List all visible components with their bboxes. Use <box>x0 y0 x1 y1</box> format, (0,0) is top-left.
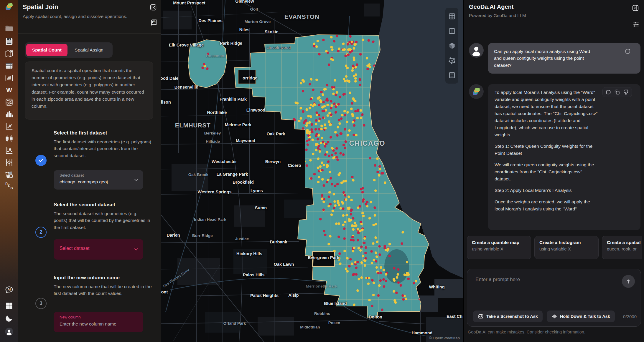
suggestion-subtitle: using variable X <box>539 246 594 251</box>
suggestion-histogram[interactable]: Create a histogram using variable X <box>534 236 599 259</box>
select-value: Select dataset <box>60 246 89 251</box>
select-message-icon[interactable] <box>605 89 612 95</box>
svg-text:AI: AI <box>153 21 155 23</box>
page-title: Spatial Join <box>23 4 58 11</box>
map-view[interactable]: Mount ProspectGlenviewGolfDes PlainesMor… <box>161 0 463 342</box>
assistant-paragraph: To apply local Moran's I analysis using … <box>495 89 598 138</box>
prompt-actions: Take a Screenshot to Ask Hold Down & Tal… <box>473 311 637 322</box>
scatter-plot-icon[interactable] <box>5 122 14 131</box>
weights-icon[interactable]: W <box>5 85 14 94</box>
screenshot-ask-button[interactable]: Take a Screenshot to Ask <box>473 311 543 322</box>
assistant-paragraph: Once the weights are created, we will ap… <box>495 198 598 212</box>
boxplot-icon[interactable] <box>5 134 14 143</box>
select-value: chicago_commpop.geoj <box>60 179 108 185</box>
suggestion-subtitle: using variable X <box>472 246 526 251</box>
step2-title: Select the second dataset <box>54 202 115 208</box>
split-view-icon[interactable] <box>445 24 458 38</box>
suggestion-spatial-weights[interactable]: Create a spatial queen, rook, or <box>602 236 642 259</box>
step2-number-circle: 2 <box>35 227 47 238</box>
input-placeholder: Enter the new column name <box>60 321 116 327</box>
dark-mode-icon[interactable] <box>5 314 14 323</box>
map-canvas <box>161 0 463 342</box>
step3-description: The new column name that will be created… <box>54 283 152 297</box>
chat-subtitle: Powered by GeoDa and LLM <box>469 13 526 18</box>
assistant-message: To apply local Moran's I analysis using … <box>488 84 640 230</box>
map-toolbar <box>445 8 458 84</box>
table-icon[interactable] <box>5 61 14 70</box>
assistant-paragraph: We will create queen contiguity weights … <box>495 161 598 182</box>
regression-icon[interactable]: REG <box>5 181 14 190</box>
step3-title: Input the new column name <box>54 275 120 281</box>
chevron-down-icon <box>133 177 139 183</box>
first-dataset-select[interactable]: Select dataset chicago_commpop.geoj <box>54 170 143 190</box>
cube-3d-icon[interactable] <box>445 38 458 53</box>
polygon-select-icon[interactable] <box>445 53 458 68</box>
suggestion-title: Create a spatial <box>607 240 642 245</box>
save-icon[interactable] <box>5 37 14 46</box>
select-message-icon[interactable] <box>624 48 631 55</box>
assistant-paragraph: Step 2: Apply Local Moran's I Analysis <box>495 187 598 194</box>
step1-description: The first dataset with geometries (e.g. … <box>54 138 152 159</box>
svg-text:AI: AI <box>7 288 11 291</box>
operation-description: Spatial count is a spatial operation tha… <box>25 62 153 115</box>
chevron-down-icon <box>133 246 139 252</box>
grid-view-icon[interactable] <box>445 9 458 24</box>
expand-panel-icon[interactable] <box>632 4 639 12</box>
cartogram-icon[interactable] <box>5 170 14 179</box>
list-view-icon[interactable] <box>445 68 458 82</box>
quadrant-plot-icon[interactable] <box>5 98 14 107</box>
step1-title: Select the first dataset <box>54 130 107 136</box>
map-add-icon[interactable] <box>5 49 14 58</box>
talk-ask-label: Hold Down & Talk to Ask <box>560 314 610 319</box>
app-sidebar: WREGAI <box>0 0 18 342</box>
ai-chat-icon[interactable]: AI <box>5 285 14 294</box>
spatial-join-tabs: Spatial Count Spatial Assign <box>25 42 113 58</box>
assistant-message-actions <box>602 87 632 97</box>
folder-open-icon[interactable] <box>5 24 14 33</box>
character-counter: 0/2000 <box>623 314 637 319</box>
user-avatar <box>469 43 484 58</box>
svg-text:W: W <box>6 87 12 94</box>
assistant-paragraph: Step 1: Create Queen Contiguity Weights … <box>495 143 598 157</box>
step2-description: The second dataset with geometries (e.g.… <box>54 210 152 231</box>
settings-sliders-icon[interactable] <box>632 21 640 28</box>
tab-spatial-assign[interactable]: Spatial Assign <box>67 44 111 56</box>
prompt-input-box[interactable]: Enter a prompt here Take a Screenshot to… <box>467 269 641 327</box>
select-label: Select dataset <box>60 173 84 177</box>
screenshot-icon <box>478 313 484 319</box>
second-dataset-select[interactable]: Select dataset <box>54 239 143 260</box>
send-button[interactable] <box>622 275 635 288</box>
chat-title: GeoDa.AI Agent <box>469 4 514 10</box>
input-label: New column <box>60 315 81 319</box>
thumbs-down-icon[interactable] <box>623 89 629 95</box>
collapse-panel-icon[interactable] <box>149 4 157 11</box>
bubble-chart-icon[interactable] <box>5 146 14 155</box>
talk-ask-button[interactable]: Hold Down & Talk to Ask <box>547 311 615 322</box>
user-message: Can you apply local moran analysis using… <box>488 43 640 74</box>
user-avatar[interactable] <box>5 327 14 336</box>
assistant-message-text: To apply local Moran's I analysis using … <box>488 84 605 222</box>
waveform-icon <box>551 313 557 319</box>
suggestion-title: Create a quantile map <box>472 240 526 245</box>
tab-spatial-count[interactable]: Spatial Count <box>26 44 67 56</box>
suggestion-quantile-map[interactable]: Create a quantile map using variable X <box>467 236 531 259</box>
geoda-ai-agent-panel: GeoDa.AI Agent Powered by GeoDa and LLM … <box>463 0 644 342</box>
new-column-input[interactable]: New column Enter the new column name <box>54 312 143 332</box>
dashboard-icon[interactable] <box>5 301 14 310</box>
user-message-text: Can you apply local moran analysis using… <box>488 43 604 74</box>
geoda-logo[interactable] <box>5 2 14 11</box>
suggestion-subtitle: queen, rook, or <box>607 246 642 251</box>
disclaimer-text: GeoDa.AI can make mistakes. Consider che… <box>468 330 585 334</box>
step1-check-circle <box>35 155 47 166</box>
prompt-placeholder: Enter a prompt here <box>475 277 520 283</box>
ai-doc-icon[interactable]: AI <box>150 19 158 26</box>
page-subtitle: Apply spatial count, assign and dissolve… <box>23 14 146 19</box>
svg-text:E: E <box>8 184 10 187</box>
svg-text:R: R <box>5 182 8 185</box>
parallel-coordinates-icon[interactable] <box>5 158 14 167</box>
svg-text:G: G <box>10 186 13 190</box>
map-frame-icon[interactable] <box>5 74 14 82</box>
copy-icon[interactable] <box>614 89 620 95</box>
histogram-icon[interactable] <box>5 109 14 118</box>
suggestion-cards: Create a quantile map using variable X C… <box>467 236 642 259</box>
